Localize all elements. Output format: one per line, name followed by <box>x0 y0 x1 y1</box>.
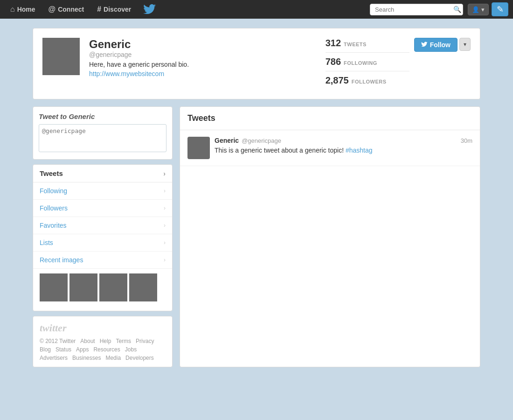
image-thumb-3[interactable] <box>99 273 127 301</box>
tweet-box: Tweet to Generic <box>33 106 173 160</box>
dropdown-arrow-icon: ▾ <box>481 6 485 13</box>
tweet-item: Generic @genericpage 30m This is a gener… <box>180 130 480 166</box>
image-thumb-2[interactable] <box>69 273 97 301</box>
profile-actions: Follow ▾ <box>414 38 471 52</box>
footer-link-media[interactable]: Media <box>105 355 121 361</box>
profile-username: @genericpage <box>89 51 316 58</box>
footer-link-help[interactable]: Help <box>100 338 111 344</box>
tweet-avatar <box>187 137 210 159</box>
footer-link-advertisers[interactable]: Advertisers <box>40 355 68 361</box>
chevron-right-icon: › <box>164 257 166 263</box>
search-area: 🔍 <box>370 4 463 15</box>
twitter-bird-logo <box>143 4 156 15</box>
profile-name: Generic <box>89 38 316 51</box>
recent-images-section: Recent images › <box>33 252 172 311</box>
image-thumb-1[interactable] <box>40 273 68 301</box>
images-grid <box>33 269 172 306</box>
profile-dropdown-button[interactable]: ▾ <box>459 38 471 51</box>
tweets-panel-header: Tweets <box>180 107 480 130</box>
twitter-footer-logo: twitter <box>40 322 166 334</box>
footer-link-blog[interactable]: Blog <box>40 346 51 353</box>
tweet-textarea[interactable] <box>39 124 166 152</box>
sidebar-menu-header[interactable]: Tweets › <box>33 165 172 182</box>
following-stat: 786 FOLLOWING <box>326 56 409 71</box>
home-icon: ⌂ <box>10 5 15 14</box>
navbar: ⌂ Home @ Connect # Discover 🔍 👤 ▾ ✎ <box>0 0 513 19</box>
profile-avatar <box>42 38 80 75</box>
compose-button[interactable]: ✎ <box>492 2 508 16</box>
hash-icon: # <box>97 5 101 14</box>
sidebar-menu: Tweets › Following › Followers › Favorit… <box>33 164 173 311</box>
recent-images-header[interactable]: Recent images › <box>33 252 172 269</box>
followers-label: FOLLOWERS <box>352 79 387 84</box>
nav-discover[interactable]: # Discover <box>91 0 137 19</box>
tweets-label: TWEETS <box>344 42 367 47</box>
profile-url[interactable]: http://www.mywebsitecom <box>89 70 164 77</box>
tweets-stat: 312 TWEETS <box>326 38 409 53</box>
sidebar-item-followers[interactable]: Followers › <box>33 200 172 217</box>
footer-link-developers[interactable]: Developers <box>125 355 154 361</box>
chevron-right-icon: › <box>164 222 166 229</box>
footer-link-privacy[interactable]: Privacy <box>136 338 154 344</box>
tweet-hashtag[interactable]: #hashtag <box>346 147 373 154</box>
tweet-content: Generic @genericpage 30m This is a gener… <box>215 137 472 159</box>
chevron-right-icon: › <box>164 239 166 246</box>
followers-count: 2,875 <box>326 75 349 86</box>
caret-down-icon: ▾ <box>464 41 466 48</box>
bird-icon <box>421 41 428 49</box>
left-sidebar: Tweet to Generic Tweets › Following › Fo… <box>33 106 173 367</box>
footer-link-status[interactable]: Status <box>55 346 71 353</box>
chevron-right-icon: › <box>163 170 166 177</box>
profile-info: Generic @genericpage Here, have a generi… <box>89 38 316 77</box>
chevron-right-icon: › <box>164 188 166 194</box>
nav-connect[interactable]: @ Connect <box>43 0 90 19</box>
sidebar-footer: twitter © 2012 Twitter About Help Terms … <box>33 316 173 367</box>
footer-link-jobs[interactable]: Jobs <box>125 346 137 353</box>
tweet-box-title: Tweet to Generic <box>39 112 166 120</box>
following-count: 786 <box>326 56 341 67</box>
at-icon: @ <box>49 5 56 14</box>
chevron-right-icon: › <box>164 205 166 211</box>
footer-link-apps[interactable]: Apps <box>76 346 89 353</box>
sidebar-item-following[interactable]: Following › <box>33 182 172 200</box>
sidebar-item-lists[interactable]: Lists › <box>33 234 172 252</box>
tweets-count: 312 <box>326 38 341 49</box>
tweets-panel: Tweets Generic @genericpage 30m This is … <box>180 106 480 367</box>
compose-icon: ✎ <box>497 4 504 14</box>
profile-stats: 312 TWEETS 786 FOLLOWING 2,875 FOLLOWERS <box>326 38 409 90</box>
account-button[interactable]: 👤 ▾ <box>468 4 489 15</box>
copyright: © 2012 Twitter <box>40 338 76 344</box>
following-label: FOLLOWING <box>344 60 377 66</box>
footer-link-resources[interactable]: Resources <box>93 346 120 353</box>
tweet-time: 30m <box>461 137 472 144</box>
tweet-author-name: Generic <box>215 137 239 144</box>
sidebar-item-favorites[interactable]: Favorites › <box>33 217 172 234</box>
tweet-text: This is a generic tweet about a generic … <box>215 146 472 155</box>
search-button[interactable]: 🔍 <box>453 6 461 13</box>
tweet-author-handle: @genericpage <box>242 137 281 144</box>
profile-header: Generic @genericpage Here, have a generi… <box>33 28 480 99</box>
footer-links: © 2012 Twitter About Help Terms Privacy … <box>40 338 166 361</box>
footer-link-terms[interactable]: Terms <box>116 338 131 344</box>
followers-stat: 2,875 FOLLOWERS <box>326 75 409 90</box>
image-thumb-4[interactable] <box>129 273 157 301</box>
footer-link-businesses[interactable]: Businesses <box>72 355 101 361</box>
person-icon: 👤 <box>472 6 479 13</box>
profile-bio: Here, have a generic personal bio. <box>89 61 316 68</box>
search-input[interactable] <box>370 4 463 15</box>
nav-home[interactable]: ⌂ Home <box>5 0 41 19</box>
tweet-meta: Generic @genericpage 30m <box>215 137 472 144</box>
follow-button[interactable]: Follow <box>414 38 458 52</box>
footer-link-about[interactable]: About <box>80 338 95 344</box>
